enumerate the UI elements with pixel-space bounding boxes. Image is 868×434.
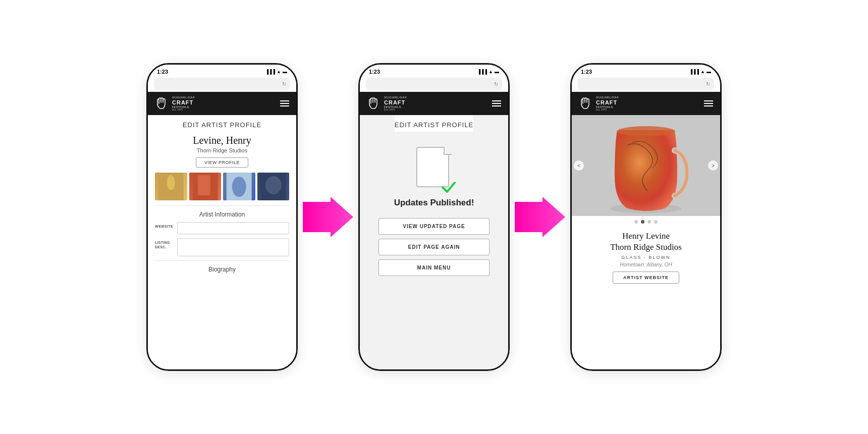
logo-text-1: SUGARLOAF CRAFT FESTIVALS. Est. 1975 (172, 96, 195, 111)
dot-3[interactable] (647, 220, 651, 224)
signal-icon: ▐▐▐ (265, 69, 275, 74)
screen2-page-title: EDIT ARTIST PROFILE (395, 115, 473, 132)
hand-logo-icon-2 (367, 96, 381, 111)
main-scene: 1:23 ▐▐▐ ▲ ▬ ↻ (0, 0, 868, 434)
wifi-icon: ▲ (277, 69, 281, 74)
carousel-right-arrow[interactable]: > (708, 160, 718, 171)
hamburger-menu-1[interactable] (280, 100, 289, 106)
phone-3-frame: 1:23 ▐▐▐ ▲ ▬ ↻ (570, 63, 722, 371)
hamburger-menu-3[interactable] (704, 100, 713, 106)
svg-marker-9 (515, 197, 565, 237)
screen1-page-title: EDIT ARTIST PROFILE (148, 115, 296, 132)
dot-4[interactable] (654, 220, 658, 224)
logo-text-2: SUGARLOAF CRAFT FESTIVALS. Est. 1975 (384, 96, 407, 111)
published-icon-area: Updates Published! VIEW UPDATED PAGE EDI… (368, 132, 500, 290)
artwork-thumb-2 (189, 173, 222, 200)
main-menu-button[interactable]: MAIN MENU (378, 259, 490, 276)
battery-icon-2: ▬ (495, 69, 499, 74)
wifi-icon-2: ▲ (489, 69, 493, 74)
reload-icon[interactable]: ↻ (282, 81, 286, 87)
view-updated-page-button[interactable]: VIEW UPDATED PAGE (378, 218, 490, 235)
logo-text-3: SUGARLOAF CRAFT FESTIVALS. Est. 1975 (596, 96, 619, 111)
phone-2: 1:23 ▐▐▐ ▲ ▬ ↻ (358, 63, 510, 371)
svg-marker-8 (303, 197, 353, 237)
screen1-content: EDIT ARTIST PROFILE Levine, Henry Thorn … (148, 115, 296, 371)
screen3-content: < > Henry Levine Thorn Ridge Studios (572, 115, 720, 371)
dot-1[interactable] (634, 220, 638, 224)
phone-3-status-bar: 1:23 ▐▐▐ ▲ ▬ (572, 65, 720, 76)
artist-hometown-display: Hometown: Albany, OH (579, 262, 713, 272)
phone-2-frame: 1:23 ▐▐▐ ▲ ▬ ↻ (358, 63, 510, 371)
phone-1-status-icons: ▐▐▐ ▲ ▬ (265, 69, 287, 74)
view-profile-button[interactable]: VIEW PROFILE (196, 157, 248, 168)
reload-icon-3[interactable]: ↻ (706, 81, 710, 87)
signal-icon-3: ▐▐▐ (689, 69, 699, 74)
phone-3-address-bar: ↻ (572, 76, 720, 92)
screen2-content: EDIT ARTIST PROFILE Updates Published! V… (360, 115, 508, 371)
document-icon (416, 147, 452, 190)
battery-icon: ▬ (283, 69, 287, 74)
est-label: Est. 1975 (172, 108, 195, 112)
craft-label: CRAFT (172, 99, 195, 105)
artist-detail-section: Henry Levine Thorn Ridge Studios GLASS -… (572, 228, 720, 286)
glass-mug-image (572, 115, 720, 216)
app-logo-2: SUGARLOAF CRAFT FESTIVALS. Est. 1975 (367, 96, 407, 111)
artwork-thumb-3 (223, 173, 255, 200)
phone-3-app-header: SUGARLOAF CRAFT FESTIVALS. Est. 1975 (572, 92, 720, 115)
phone-1-frame: 1:23 ▐▐▐ ▲ ▬ ↻ (146, 63, 298, 371)
artwork-grid (148, 173, 296, 205)
published-text: Updates Published! (394, 198, 474, 208)
svg-rect-3 (197, 175, 210, 195)
arrow-1-container (298, 197, 358, 237)
arrow-2-container (510, 197, 570, 237)
artist-fullname-display: Henry Levine Thorn Ridge Studios (579, 231, 713, 253)
artist-medium-display: GLASS - BLOWN (579, 253, 713, 262)
dot-2[interactable] (641, 220, 644, 224)
svg-point-1 (167, 175, 175, 190)
app-logo-3: SUGARLOAF CRAFT FESTIVALS. Est. 1975 (579, 96, 619, 111)
phone-3-url-input[interactable]: ↻ (578, 78, 714, 90)
phone-2-url-input[interactable]: ↻ (366, 78, 502, 90)
phone-1: 1:23 ▐▐▐ ▲ ▬ ↻ (146, 63, 298, 371)
website-input[interactable] (177, 222, 289, 234)
sugarloaf-label: SUGARLOAF (172, 96, 195, 99)
arrow-2-icon (515, 197, 565, 237)
arrow-1-icon (303, 197, 353, 237)
carousel-left-arrow[interactable]: < (574, 160, 584, 171)
carousel-dots (572, 216, 720, 228)
battery-icon-3: ▬ (707, 69, 711, 74)
phone-2-status-icons: ▐▐▐ ▲ ▬ (477, 69, 499, 74)
artwork-thumb-4 (257, 173, 290, 200)
signal-icon-2: ▐▐▐ (477, 69, 487, 74)
hand-logo-icon-3 (579, 96, 593, 111)
app-logo-1: SUGARLOAF CRAFT FESTIVALS. Est. 1975 (155, 96, 195, 111)
checkmark-icon (441, 179, 456, 194)
listing-desc-label: LISTINGDESC. (155, 238, 174, 249)
reload-icon-2[interactable]: ↻ (494, 81, 498, 87)
artist-website-button[interactable]: ARTIST WEBSITE (613, 272, 679, 284)
phone-1-status-bar: 1:23 ▐▐▐ ▲ ▬ (148, 65, 296, 76)
edit-page-again-button[interactable]: EDIT PAGE AGAIN (378, 239, 490, 255)
artist-name-display: Levine, Henry (148, 132, 296, 147)
listing-desc-input[interactable] (177, 238, 289, 256)
phone-1-time: 1:23 (157, 69, 168, 75)
phone-3-time: 1:23 (581, 69, 592, 75)
studio-name-display: Thorn Ridge Studios (148, 147, 296, 157)
phone-2-app-header: SUGARLOAF CRAFT FESTIVALS. Est. 1975 (360, 92, 508, 115)
phone-1-address-bar: ↻ (148, 76, 296, 92)
phone-3-status-icons: ▐▐▐ ▲ ▬ (689, 69, 711, 74)
hamburger-menu-2[interactable] (492, 100, 501, 106)
info-section-label: Artist Information (148, 206, 296, 222)
phone-1-app-header: SUGARLOAF CRAFT FESTIVALS. Est. 1975 (148, 92, 296, 115)
svg-point-7 (265, 176, 281, 194)
listing-desc-field-row: LISTINGDESC. (148, 238, 296, 260)
website-field-row: WEBSITE (148, 222, 296, 238)
phone-2-status-bar: 1:23 ▐▐▐ ▲ ▬ (360, 65, 508, 76)
website-label: WEBSITE (155, 222, 174, 229)
product-image-area: < > (572, 115, 720, 216)
svg-point-12 (617, 126, 675, 136)
phone-2-address-bar: ↻ (360, 76, 508, 92)
phone-1-url-input[interactable]: ↻ (154, 78, 290, 90)
phone-2-time: 1:23 (369, 69, 380, 75)
phone-3: 1:23 ▐▐▐ ▲ ▬ ↻ (570, 63, 722, 371)
